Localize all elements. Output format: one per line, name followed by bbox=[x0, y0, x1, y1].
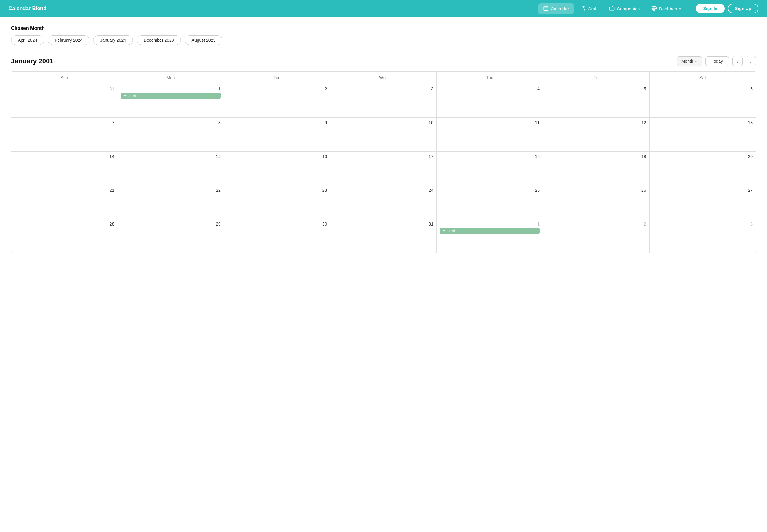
calendar-date: 2 bbox=[546, 222, 646, 226]
calendar-date: 14 bbox=[14, 154, 114, 159]
calendar-cell[interactable]: 18 bbox=[437, 152, 543, 185]
signup-button[interactable]: Sign Up bbox=[728, 4, 758, 13]
calendar-date: 31 bbox=[14, 86, 114, 91]
calendar-date: 12 bbox=[546, 120, 646, 125]
calendar-week-row: 311Absent23456 bbox=[11, 84, 756, 118]
calendar-cell[interactable]: 24 bbox=[330, 185, 436, 219]
dashboard-icon bbox=[651, 5, 657, 12]
signin-button[interactable]: Sign In bbox=[696, 4, 725, 13]
calendar-cell[interactable]: 13 bbox=[650, 118, 756, 151]
calendar-cell[interactable]: 12 bbox=[543, 118, 649, 151]
calendar-cell[interactable]: 29 bbox=[117, 219, 224, 253]
calendar-cell[interactable]: 6 bbox=[650, 84, 756, 117]
header: Calendar Blend Calendar Staff bbox=[0, 0, 767, 17]
svg-rect-0 bbox=[544, 6, 548, 11]
calendar-cell[interactable]: 19 bbox=[543, 152, 649, 185]
calendar-week-row: 78910111213 bbox=[11, 118, 756, 152]
staff-icon bbox=[581, 5, 586, 12]
month-chip[interactable]: April 2024 bbox=[11, 35, 44, 45]
calendar-cell[interactable]: 9 bbox=[224, 118, 330, 151]
chevron-down-icon: ⌄ bbox=[695, 59, 698, 63]
header-actions: Sign In Sign Up bbox=[696, 4, 758, 13]
nav-calendar[interactable]: Calendar bbox=[538, 3, 574, 14]
calendar-cell[interactable]: 27 bbox=[650, 185, 756, 219]
calendar-cell[interactable]: 15 bbox=[117, 152, 224, 185]
chosen-month-label: Chosen Month bbox=[11, 26, 756, 31]
calendar-cell[interactable]: 26 bbox=[543, 185, 649, 219]
calendar-cell[interactable]: 23 bbox=[224, 185, 330, 219]
calendar-cell[interactable]: 7 bbox=[11, 118, 117, 151]
calendar-date: 9 bbox=[227, 120, 327, 125]
calendar-cell[interactable]: 11 bbox=[437, 118, 543, 151]
calendar-date: 3 bbox=[653, 222, 753, 226]
calendar-date: 22 bbox=[121, 188, 220, 193]
calendar-cell[interactable]: 2 bbox=[543, 219, 649, 253]
event-badge[interactable]: Absent bbox=[121, 93, 220, 99]
month-chip[interactable]: December 2023 bbox=[137, 35, 181, 45]
calendar-day-header: Mon bbox=[117, 72, 224, 84]
calendar-cell[interactable]: 2 bbox=[224, 84, 330, 117]
calendar-date: 20 bbox=[653, 154, 753, 159]
calendar-cell[interactable]: 1Absent bbox=[117, 84, 224, 117]
calendar-grid: SunMonTueWedThuFriSat 311Absent234567891… bbox=[11, 71, 756, 253]
calendar-cell[interactable]: 30 bbox=[224, 219, 330, 253]
calendar-date: 6 bbox=[653, 86, 753, 91]
calendar-cell[interactable]: 10 bbox=[330, 118, 436, 151]
calendar-title: January 2001 bbox=[11, 57, 53, 65]
calendar-week-row: 282930311Absent23 bbox=[11, 219, 756, 253]
calendar-cell[interactable]: 16 bbox=[224, 152, 330, 185]
calendar-week-row: 21222324252627 bbox=[11, 185, 756, 219]
calendar-date: 31 bbox=[333, 222, 433, 226]
view-select[interactable]: Month ⌄ bbox=[677, 56, 702, 66]
nav-staff-label: Staff bbox=[588, 6, 598, 11]
nav-dashboard-label: Dashboard bbox=[659, 6, 681, 11]
calendar-date: 8 bbox=[121, 120, 220, 125]
nav-dashboard[interactable]: Dashboard bbox=[646, 3, 686, 14]
today-button[interactable]: Today bbox=[705, 56, 729, 66]
calendar-cell[interactable]: 14 bbox=[11, 152, 117, 185]
calendar-date: 1 bbox=[440, 222, 540, 226]
calendar-cell[interactable]: 28 bbox=[11, 219, 117, 253]
calendar-cell[interactable]: 5 bbox=[543, 84, 649, 117]
next-arrow[interactable]: › bbox=[746, 56, 756, 66]
calendar-day-header: Sun bbox=[11, 72, 117, 84]
chevron-left-icon: ‹ bbox=[737, 59, 738, 64]
toolbar-right: Month ⌄ Today ‹ › bbox=[677, 56, 756, 66]
nav-staff[interactable]: Staff bbox=[576, 3, 603, 14]
event-badge[interactable]: Absent bbox=[440, 228, 540, 234]
calendar-cell[interactable]: 8 bbox=[117, 118, 224, 151]
calendar-cell[interactable]: 22 bbox=[117, 185, 224, 219]
calendar-cell[interactable]: 31 bbox=[11, 84, 117, 117]
calendar-date: 21 bbox=[14, 188, 114, 193]
calendar-cell[interactable]: 3 bbox=[650, 219, 756, 253]
calendar-icon bbox=[543, 5, 548, 12]
calendar-week-row: 14151617181920 bbox=[11, 152, 756, 185]
calendar-cell[interactable]: 21 bbox=[11, 185, 117, 219]
calendar-date: 13 bbox=[653, 120, 753, 125]
main-content: Chosen Month April 2024February 2024Janu… bbox=[0, 17, 767, 264]
calendar-header-row: SunMonTueWedThuFriSat bbox=[11, 72, 756, 84]
calendar-cell[interactable]: 31 bbox=[330, 219, 436, 253]
calendar-cell[interactable]: 25 bbox=[437, 185, 543, 219]
app-title: Calendar Blend bbox=[9, 5, 47, 12]
calendar-day-header: Thu bbox=[437, 72, 543, 84]
month-chip[interactable]: August 2023 bbox=[185, 35, 223, 45]
calendar-date: 28 bbox=[14, 222, 114, 226]
month-chips: April 2024February 2024January 2024Decem… bbox=[11, 35, 756, 45]
prev-arrow[interactable]: ‹ bbox=[732, 56, 743, 66]
svg-rect-5 bbox=[610, 7, 614, 10]
calendar-cell[interactable]: 3 bbox=[330, 84, 436, 117]
month-chip[interactable]: January 2024 bbox=[93, 35, 133, 45]
calendar-date: 18 bbox=[440, 154, 540, 159]
calendar-cell[interactable]: 4 bbox=[437, 84, 543, 117]
calendar-date: 19 bbox=[546, 154, 646, 159]
nav-companies[interactable]: Companies bbox=[604, 3, 645, 14]
month-chip[interactable]: February 2024 bbox=[48, 35, 89, 45]
calendar-cell[interactable]: 17 bbox=[330, 152, 436, 185]
calendar-date: 11 bbox=[440, 120, 540, 125]
calendar-date: 7 bbox=[14, 120, 114, 125]
calendar-cell[interactable]: 20 bbox=[650, 152, 756, 185]
calendar-cell[interactable]: 1Absent bbox=[437, 219, 543, 253]
calendar-date: 15 bbox=[121, 154, 220, 159]
calendar-day-header: Sat bbox=[650, 72, 756, 84]
